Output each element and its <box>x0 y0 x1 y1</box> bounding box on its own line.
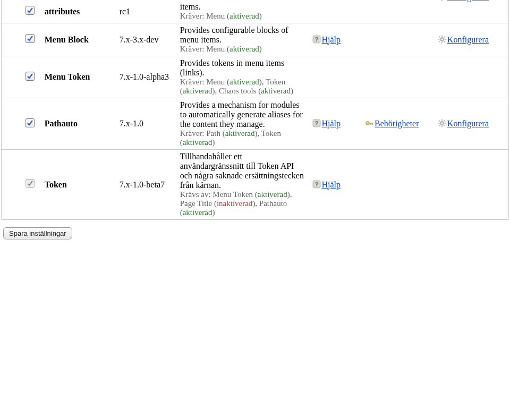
save-settings-button[interactable]: Spara inställningar <box>3 227 72 239</box>
module-version: rc1 <box>120 7 130 16</box>
configure-link[interactable]: Konfigurera <box>447 35 489 44</box>
permissions-link[interactable]: Behörigheter <box>375 119 419 128</box>
module-enable-checkbox[interactable] <box>26 34 35 43</box>
module-requirements: Kräver: Menu (aktiverad) <box>180 12 308 21</box>
svg-rect-2 <box>441 0 443 1</box>
module-description: Provides configurable blocks of menu ite… <box>180 25 288 44</box>
svg-rect-20 <box>444 40 446 42</box>
module-name: Menu Token <box>45 72 90 81</box>
module-version: 7.x-1.0-alpha3 <box>120 72 169 81</box>
table-row: Token7.x-1.0-beta7Tillhandahåller ett an… <box>2 150 509 220</box>
gear-icon <box>438 35 446 44</box>
svg-rect-31 <box>438 123 439 124</box>
module-enable-checkbox[interactable] <box>26 72 35 81</box>
svg-point-21 <box>441 38 443 40</box>
module-version: 7.x-1.0 <box>120 119 143 128</box>
svg-text:?: ? <box>314 120 318 126</box>
module-description: Tillhandahåller ett användargränssnitt t… <box>180 152 304 190</box>
module-enable-checkbox <box>26 179 35 188</box>
configure-link[interactable]: Konfigurera <box>447 119 489 128</box>
help-icon: ? <box>312 180 321 188</box>
modules-table: attributesrc1items.Kräver: Menu (aktiver… <box>2 0 509 219</box>
svg-rect-35 <box>438 125 440 127</box>
module-requirements: Kräver: Menu (aktiverad), Token (aktiver… <box>180 78 308 96</box>
key-icon <box>365 119 373 127</box>
module-name: Token <box>45 180 67 189</box>
module-name: attributes <box>45 7 80 16</box>
module-description: items. <box>180 2 201 11</box>
svg-point-37 <box>441 122 443 124</box>
table-row: Menu Block7.x-3.x-devProvides configurab… <box>2 23 509 56</box>
help-icon: ? <box>312 35 321 44</box>
module-description: Provides tokens in menu items (links). <box>180 58 284 77</box>
svg-rect-34 <box>444 120 446 122</box>
svg-rect-17 <box>438 36 440 38</box>
module-requirements: Kräver: Menu (aktiverad) <box>180 45 308 54</box>
help-link[interactable]: Hjälp <box>322 35 341 44</box>
table-row: attributesrc1items.Kräver: Menu (aktiver… <box>2 0 509 23</box>
module-name: Menu Block <box>45 35 89 44</box>
configure-link[interactable]: Konfigurera <box>447 0 489 2</box>
module-version: 7.x-1.0-beta7 <box>120 180 165 189</box>
module-name: Pathauto <box>45 119 78 128</box>
svg-rect-15 <box>438 39 439 40</box>
module-description: Provides a mechanism for modules to auto… <box>180 100 303 128</box>
help-icon: ? <box>312 119 321 127</box>
help-link[interactable]: Hjälp <box>322 119 341 128</box>
module-version: 7.x-3.x-dev <box>120 35 159 44</box>
svg-rect-19 <box>438 40 440 42</box>
table-row: Menu Token7.x-1.0-alpha3Provides tokens … <box>2 56 509 98</box>
svg-text:?: ? <box>314 181 318 187</box>
svg-rect-36 <box>444 125 446 127</box>
help-link[interactable]: Hjälp <box>322 180 341 189</box>
svg-rect-29 <box>441 119 443 121</box>
table-row: Pathauto7.x-1.0Provides a mechanism for … <box>2 98 509 150</box>
svg-point-24 <box>366 122 369 125</box>
module-requirements: Krävs av: Menu Token (aktiverad), Page T… <box>180 190 308 217</box>
svg-rect-13 <box>441 35 443 37</box>
module-requirements: Kräver: Path (aktiverad), Token (aktiver… <box>180 129 308 147</box>
gear-icon <box>438 0 446 1</box>
gear-icon <box>438 119 446 127</box>
module-enable-checkbox[interactable] <box>26 6 35 15</box>
svg-rect-30 <box>441 126 443 127</box>
svg-rect-14 <box>441 41 443 43</box>
svg-rect-18 <box>444 36 446 38</box>
module-enable-checkbox[interactable] <box>26 118 35 127</box>
svg-rect-32 <box>444 123 446 124</box>
svg-text:?: ? <box>314 36 318 42</box>
svg-rect-33 <box>438 120 440 122</box>
svg-rect-16 <box>444 39 446 40</box>
